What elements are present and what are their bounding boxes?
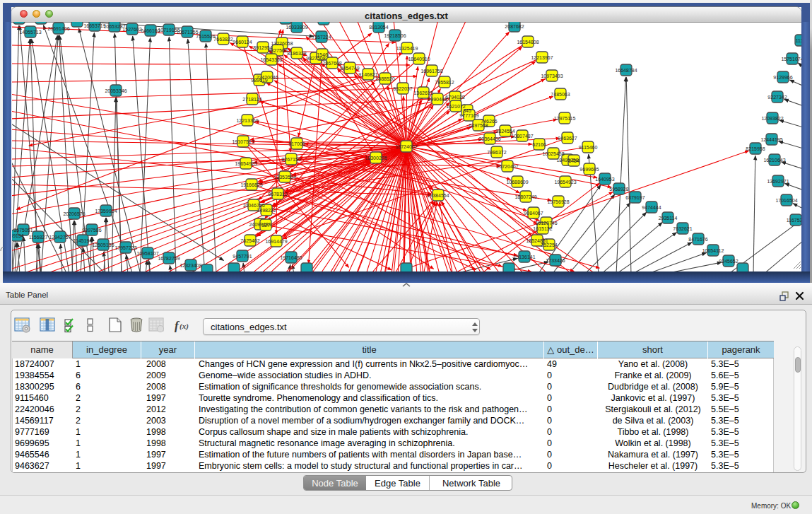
- svg-text:20206576: 20206576: [63, 211, 85, 216]
- svg-text:15720407: 15720407: [496, 164, 518, 169]
- svg-text:(x): (x): [180, 322, 189, 331]
- svg-text:16210643: 16210643: [763, 158, 785, 163]
- svg-text:9457791: 9457791: [233, 254, 252, 259]
- svg-text:9463627: 9463627: [558, 136, 577, 141]
- svg-text:9129966: 9129966: [773, 75, 792, 80]
- svg-text:16653719: 16653719: [83, 23, 105, 28]
- svg-text:1362615: 1362615: [413, 90, 433, 95]
- svg-text:9084067: 9084067: [524, 211, 543, 216]
- svg-text:16154808: 16154808: [517, 40, 539, 45]
- svg-text:17016504: 17016504: [775, 198, 797, 203]
- svg-text:22420046: 22420046: [256, 75, 278, 80]
- svg-text:7663822: 7663822: [213, 37, 233, 42]
- svg-text:9699695: 9699695: [579, 167, 599, 172]
- svg-text:917006: 917006: [288, 141, 305, 146]
- svg-text:16648784: 16648784: [615, 68, 637, 73]
- svg-text:2718126: 2718126: [242, 97, 261, 102]
- svg-text:18807249: 18807249: [514, 194, 536, 199]
- svg-text:7955812: 7955812: [435, 80, 454, 85]
- svg-text:20364436: 20364436: [478, 136, 500, 141]
- svg-text:10688609: 10688609: [506, 180, 528, 185]
- svg-text:13692971: 13692971: [767, 179, 789, 184]
- svg-text:9777169: 9777169: [459, 113, 478, 118]
- svg-text:19107513: 19107513: [232, 139, 254, 144]
- svg-text:8454: 8454: [568, 158, 579, 163]
- svg-text:19756928: 19756928: [547, 199, 569, 204]
- svg-text:18640910: 18640910: [408, 57, 430, 62]
- svg-text:9474444: 9474444: [642, 205, 661, 210]
- svg-text:252254: 252254: [541, 243, 557, 247]
- svg-text:8186328: 8186328: [287, 51, 306, 56]
- svg-text:7515526: 7515526: [196, 34, 215, 39]
- svg-text:6879197: 6879197: [625, 195, 645, 200]
- svg-text:5958928: 5958928: [609, 187, 628, 192]
- svg-text:39154: 39154: [12, 233, 24, 238]
- svg-text:11325419: 11325419: [396, 46, 418, 51]
- svg-text:62160: 62160: [532, 142, 546, 147]
- svg-text:12213369: 12213369: [236, 118, 258, 123]
- svg-text:345: 345: [463, 108, 471, 113]
- svg-text:15751074: 15751074: [781, 57, 801, 62]
- svg-text:1117: 1117: [796, 38, 801, 43]
- svg-text:19716485: 19716485: [280, 255, 302, 260]
- svg-text:1167533: 1167533: [787, 218, 801, 223]
- svg-text:13226058: 13226058: [271, 41, 293, 46]
- svg-text:10671355: 10671355: [176, 30, 198, 35]
- svg-text:19384554: 19384554: [427, 193, 449, 198]
- svg-text:9245652: 9245652: [719, 259, 738, 264]
- svg-text:1527602: 1527602: [122, 27, 141, 32]
- svg-text:9827500: 9827500: [268, 48, 287, 53]
- svg-text:16033809: 16033809: [286, 25, 307, 30]
- svg-text:8813054: 8813054: [369, 25, 388, 30]
- svg-text:9397586: 9397586: [82, 228, 101, 233]
- svg-text:16961758: 16961758: [420, 69, 442, 74]
- svg-text:2935114: 2935114: [659, 216, 678, 221]
- svg-text:19166825: 19166825: [240, 182, 262, 187]
- svg-text:19654923: 19654923: [554, 180, 576, 185]
- svg-text:8267150: 8267150: [281, 157, 300, 162]
- svg-text:8678312: 8678312: [268, 192, 287, 197]
- svg-text:1546: 1546: [317, 52, 328, 57]
- svg-text:12213967: 12213967: [531, 55, 553, 60]
- svg-text:17957223: 17957223: [114, 245, 136, 250]
- svg-text:1615132: 1615132: [533, 226, 552, 231]
- svg-text:1640953: 1640953: [595, 177, 614, 182]
- svg-text:12093822: 12093822: [761, 116, 783, 121]
- svg-text:10654112: 10654112: [702, 248, 724, 253]
- svg-text:12942757: 12942757: [49, 235, 71, 240]
- svg-text:10958107: 10958107: [136, 251, 158, 256]
- svg-text:7485063: 7485063: [551, 92, 570, 97]
- svg-text:16543362: 16543362: [260, 57, 282, 62]
- svg-text:9660124: 9660124: [233, 40, 252, 45]
- svg-text:8215958: 8215958: [746, 146, 765, 151]
- svg-text:18300295: 18300295: [365, 156, 387, 160]
- svg-text:20691406: 20691406: [47, 26, 69, 31]
- svg-text:3498222: 3498222: [257, 208, 276, 213]
- svg-text:15136141: 15136141: [513, 255, 535, 259]
- svg-text:2867608: 2867608: [322, 61, 341, 66]
- svg-text:12444195: 12444195: [760, 137, 782, 142]
- svg-text:8990448: 8990448: [428, 97, 447, 102]
- svg-text:12323408: 12323408: [180, 263, 201, 268]
- svg-text:7986372: 7986372: [487, 150, 506, 155]
- svg-text:12505135: 12505135: [92, 243, 114, 247]
- svg-text:10025458: 10025458: [542, 151, 564, 156]
- svg-text:1733426: 1733426: [546, 258, 565, 263]
- svg-text:8322037: 8322037: [393, 86, 412, 91]
- svg-text:16914479: 16914479: [265, 239, 287, 244]
- svg-text:10046756: 10046756: [242, 203, 264, 208]
- svg-text:14055713: 14055713: [19, 30, 41, 35]
- svg-text:16120746: 16120746: [535, 221, 557, 226]
- svg-text:12353594: 12353594: [273, 175, 295, 180]
- svg-text:1145194: 1145194: [73, 238, 93, 243]
- svg-text:7632621: 7632621: [673, 226, 692, 231]
- svg-text:10973493: 10973493: [541, 74, 563, 78]
- svg-text:327: 327: [261, 223, 270, 228]
- svg-text:6794028: 6794028: [445, 95, 464, 100]
- svg-text:16782759: 16782759: [158, 256, 180, 261]
- svg-text:7357224: 7357224: [312, 35, 331, 40]
- svg-text:8454749: 8454749: [340, 66, 359, 71]
- svg-text:20053346: 20053346: [105, 88, 126, 93]
- svg-text:1588520: 1588520: [375, 76, 394, 81]
- svg-text:6497568: 6497568: [469, 123, 488, 128]
